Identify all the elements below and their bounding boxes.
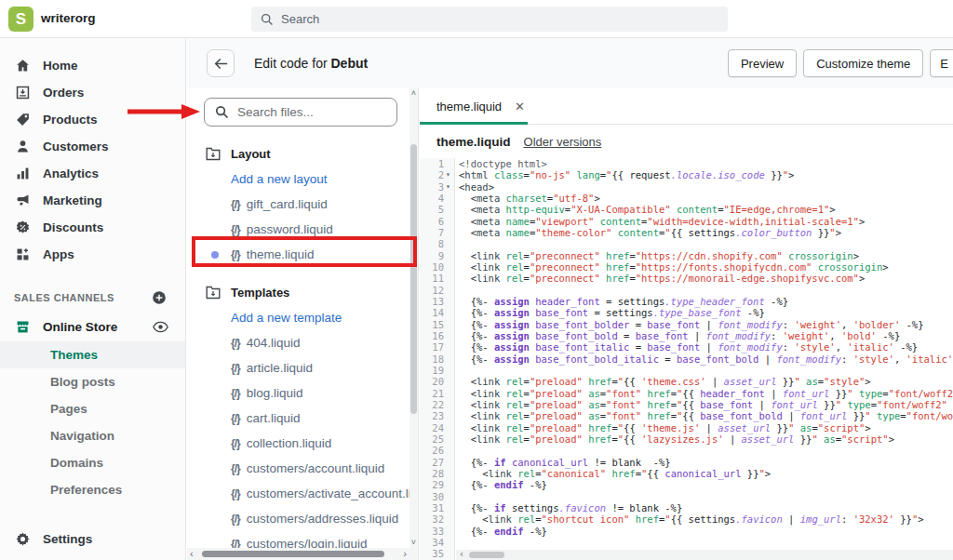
file-name: password.liquid xyxy=(247,222,333,236)
file-item-password.liquid[interactable]: {/}password.liquid xyxy=(187,217,410,242)
file-item-customers/activate_account.liquid[interactable]: {/}customers/activate_account.liquid xyxy=(187,481,410,506)
file-title: theme.liquid xyxy=(436,135,511,149)
scroll-right-icon[interactable]: › xyxy=(403,548,407,560)
line-number: 30 xyxy=(420,491,444,502)
file-browser-panel: Search files... Layout Add a new layout … xyxy=(187,88,419,560)
cropped-action-button[interactable]: E xyxy=(930,49,953,77)
add-layout-link[interactable]: Add a new layout xyxy=(187,167,410,192)
sidebar-subitem-navigation[interactable]: Navigation xyxy=(0,422,185,449)
scrollbar-thumb[interactable] xyxy=(469,552,504,558)
line-number: 8 xyxy=(420,238,444,249)
sidebar-item-customers[interactable]: Customers xyxy=(0,133,185,160)
file-panel-vertical-scrollbar[interactable]: ˄ ˅ xyxy=(409,88,418,560)
megaphone-icon xyxy=(14,193,31,209)
sidebar-subitem-pages[interactable]: Pages xyxy=(0,395,185,422)
fold-arrow-icon[interactable]: ▾ xyxy=(446,181,455,193)
line-number: 23 xyxy=(420,410,444,421)
customize-theme-button[interactable]: Customize theme xyxy=(803,49,923,77)
sidebar-subitem-preferences[interactable]: Preferences xyxy=(0,476,185,503)
close-tab-icon[interactable]: ✕ xyxy=(515,100,525,113)
code-horizontal-scrollbar[interactable]: ‹ xyxy=(456,550,953,560)
older-versions-link[interactable]: Older versions xyxy=(524,135,602,149)
sidebar-subitem-domains[interactable]: Domains xyxy=(0,449,185,476)
back-button[interactable] xyxy=(207,49,235,77)
file-item-customers/addresses.liquid[interactable]: {/}customers/addresses.liquid xyxy=(187,506,410,531)
file-list: Layout Add a new layout {/}gift_card.liq… xyxy=(187,137,410,560)
add-sales-channel-button[interactable] xyxy=(152,290,167,305)
code-file-icon: {/} xyxy=(231,337,240,350)
file-item-gift_card.liquid[interactable]: {/}gift_card.liquid xyxy=(187,192,410,217)
file-item-collection.liquid[interactable]: {/}collection.liquid xyxy=(187,431,410,456)
file-item-blog.liquid[interactable]: {/}blog.liquid xyxy=(187,380,410,406)
code-line: 4 <meta charset="utf-8"> xyxy=(420,193,953,204)
code-line: 27 {%- if canonical_url != blank -%} xyxy=(420,457,953,468)
line-number: 1 xyxy=(420,158,444,169)
scrollbar-thumb[interactable] xyxy=(410,144,417,414)
code-line: 8 xyxy=(420,238,953,249)
sidebar-item-marketing[interactable]: Marketing xyxy=(0,187,185,214)
sidebar-subitem-blog-posts[interactable]: Blog posts xyxy=(0,368,185,395)
shopify-logo-icon[interactable]: S xyxy=(8,7,34,32)
scroll-down-icon[interactable]: ˅ xyxy=(409,538,418,547)
sidebar-item-online-store[interactable]: Online Store xyxy=(0,313,185,341)
code-file-icon: {/} xyxy=(231,437,240,450)
scrollbar-thumb[interactable] xyxy=(202,551,384,557)
preview-button[interactable]: Preview xyxy=(728,49,797,77)
file-item-cart.liquid[interactable]: {/}cart.liquid xyxy=(187,406,410,431)
sidebar-item-settings[interactable]: Settings xyxy=(0,526,186,553)
line-number: 35 xyxy=(420,548,444,559)
code-line: 10 <link rel="preconnect" href="https://… xyxy=(420,261,953,273)
line-number: 9 xyxy=(420,250,444,261)
tab-theme-liquid[interactable]: theme.liquid ✕ xyxy=(420,88,542,125)
search-files-input[interactable]: Search files... xyxy=(204,98,397,127)
file-name: customers/addresses.liquid xyxy=(247,512,399,526)
apps-grid-icon xyxy=(14,247,31,263)
fold-arrow-icon[interactable]: ▾ xyxy=(446,169,455,180)
file-panel-horizontal-scrollbar[interactable]: ‹ › xyxy=(187,548,410,560)
sidebar-item-analytics[interactable]: Analytics xyxy=(0,160,185,187)
code-file-icon: {/} xyxy=(231,387,240,400)
scroll-up-icon[interactable]: ˄ xyxy=(409,88,418,98)
scroll-left-icon[interactable]: ‹ xyxy=(190,548,194,560)
code-file-icon: {/} xyxy=(231,462,240,475)
gear-icon xyxy=(14,531,31,548)
code-editor[interactable]: 1<!doctype html>2▾<html class="no-js" la… xyxy=(420,158,953,560)
store-name[interactable]: writerorg xyxy=(41,11,96,25)
view-store-eye-icon[interactable] xyxy=(153,321,168,333)
sidebar-item-home[interactable]: Home xyxy=(0,52,185,79)
search-icon xyxy=(215,105,229,119)
code-line: 32 <link rel="shortcut icon" href="{{ se… xyxy=(420,513,953,525)
line-number: 32 xyxy=(420,513,444,525)
code-file-icon: {/} xyxy=(231,362,240,375)
line-number: 22 xyxy=(420,399,444,410)
editor-tab-bar: theme.liquid ✕ xyxy=(420,88,953,125)
code-line: 1<!doctype html> xyxy=(420,158,953,169)
section-layout[interactable]: Layout xyxy=(187,141,410,167)
code-line: 21 <link rel="preload" as="font" href="{… xyxy=(420,388,953,399)
sidebar-item-discounts[interactable]: Discounts xyxy=(0,214,185,241)
folder-icon xyxy=(206,286,221,300)
file-name: customers/activate_account.liquid xyxy=(247,487,410,500)
file-item-404.liquid[interactable]: {/}404.liquid xyxy=(187,330,410,355)
scroll-left-icon[interactable]: ‹ xyxy=(459,549,464,560)
sidebar-item-apps[interactable]: Apps xyxy=(0,241,185,268)
sidebar-item-products[interactable]: Products xyxy=(0,106,185,133)
line-number: 4 xyxy=(420,193,444,204)
sidebar-subitem-themes[interactable]: Themes xyxy=(0,341,185,368)
file-item-article.liquid[interactable]: {/}article.liquid xyxy=(187,355,410,380)
code-file-icon: {/} xyxy=(231,198,240,211)
sidebar-item-orders[interactable]: Orders xyxy=(0,79,185,106)
global-search-input[interactable]: Search xyxy=(251,7,728,32)
file-item-theme.liquid[interactable]: {/}theme.liquid xyxy=(187,242,410,267)
folder-icon xyxy=(206,147,221,161)
line-number: 14 xyxy=(420,307,444,318)
line-number: 13 xyxy=(420,296,444,307)
add-template-link[interactable]: Add a new template xyxy=(187,305,410,330)
section-templates[interactable]: Templates xyxy=(187,280,410,305)
search-placeholder: Search xyxy=(281,12,319,26)
line-number: 5 xyxy=(420,204,444,215)
code-line: 23 <link rel="preload" as="font" href="{… xyxy=(420,410,953,421)
person-icon xyxy=(14,139,31,155)
code-file-icon: {/} xyxy=(231,248,240,261)
file-item-customers/account.liquid[interactable]: {/}customers/account.liquid xyxy=(187,456,410,481)
